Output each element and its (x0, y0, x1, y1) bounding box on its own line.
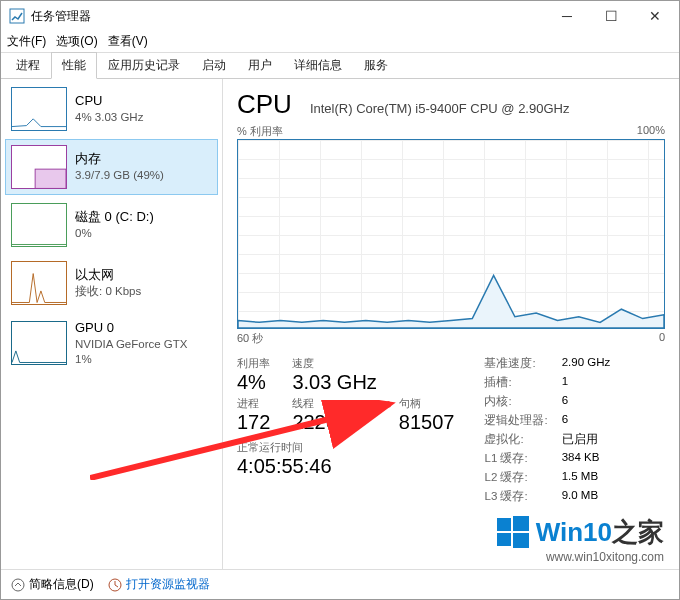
virtualization-value: 已启用 (562, 432, 611, 447)
tab-startup[interactable]: 启动 (191, 52, 237, 79)
svg-line-6 (115, 585, 118, 587)
logical-processors-value: 6 (562, 413, 611, 428)
app-icon (9, 8, 25, 24)
speed-value: 3.03 GHz (292, 371, 376, 394)
threads-label: 线程 (292, 396, 376, 411)
sidebar-item-disk[interactable]: 磁盘 0 (C: D:) 0% (5, 197, 218, 253)
fewer-details-button[interactable]: 简略信息(D) (11, 576, 94, 593)
handles-label: 句柄 (399, 396, 455, 411)
ethernet-thumb-icon (11, 261, 67, 305)
gpu-thumb-icon (11, 321, 67, 365)
processes-label: 进程 (237, 396, 270, 411)
main-panel: CPU Intel(R) Core(TM) i5-9400F CPU @ 2.9… (223, 79, 679, 569)
l3-cache-label: L3 缓存: (484, 489, 547, 504)
sidebar-item-label: 磁盘 0 (C: D:) (75, 208, 154, 226)
chart-x-left: 60 秒 (237, 331, 263, 346)
cores-value: 6 (562, 394, 611, 409)
menu-options[interactable]: 选项(O) (56, 33, 97, 50)
window-title: 任务管理器 (31, 8, 545, 25)
chevron-up-circle-icon (11, 578, 25, 592)
resource-monitor-icon (108, 578, 122, 592)
open-resource-monitor-link[interactable]: 打开资源监视器 (108, 576, 210, 593)
cpu-thumb-icon (11, 87, 67, 131)
sidebar-item-gpu[interactable]: GPU 0 NVIDIA GeForce GTX 1% (5, 313, 218, 374)
sidebar-item-label: 内存 (75, 150, 164, 168)
base-speed-value: 2.90 GHz (562, 356, 611, 371)
windows-logo-icon (495, 514, 531, 550)
titlebar[interactable]: 任务管理器 ─ ☐ ✕ (1, 1, 679, 31)
sockets-value: 1 (562, 375, 611, 390)
l3-cache-value: 9.0 MB (562, 489, 611, 504)
statusbar: 简略信息(D) 打开资源监视器 (1, 569, 679, 599)
tab-app-history[interactable]: 应用历史记录 (97, 52, 191, 79)
svg-rect-7 (497, 518, 511, 531)
svg-rect-9 (497, 533, 511, 546)
svg-rect-1 (35, 169, 66, 188)
tab-users[interactable]: 用户 (237, 52, 283, 79)
sidebar-item-value: 接收: 0 Kbps (75, 284, 141, 300)
util-label: 利用率 (237, 356, 270, 371)
sidebar-item-value: 4% 3.03 GHz (75, 110, 143, 126)
cpu-utilization-chart[interactable] (237, 139, 665, 329)
chart-y-label: % 利用率 (237, 124, 283, 139)
maximize-button[interactable]: ☐ (589, 1, 633, 31)
sidebar-item-value: NVIDIA GeForce GTX 1% (75, 337, 187, 368)
sidebar-item-value: 0% (75, 226, 154, 242)
svg-rect-0 (10, 9, 24, 23)
disk-thumb-icon (11, 203, 67, 247)
l2-cache-label: L2 缓存: (484, 470, 547, 485)
sidebar-item-label: GPU 0 (75, 319, 187, 337)
l2-cache-value: 1.5 MB (562, 470, 611, 485)
menubar: 文件(F) 选项(O) 查看(V) (1, 31, 679, 53)
uptime-label: 正常运行时间 (237, 440, 454, 455)
logical-processors-label: 逻辑处理器: (484, 413, 547, 428)
sidebar-item-memory[interactable]: 内存 3.9/7.9 GB (49%) (5, 139, 218, 195)
sidebar-item-label: 以太网 (75, 266, 141, 284)
chart-y-max: 100% (637, 124, 665, 139)
base-speed-label: 基准速度: (484, 356, 547, 371)
uptime-value: 4:05:55:46 (237, 455, 454, 478)
speed-label: 速度 (292, 356, 376, 371)
watermark: Win10之家 www.win10xitong.com (495, 514, 664, 564)
sidebar-item-value: 3.9/7.9 GB (49%) (75, 168, 164, 184)
tab-performance[interactable]: 性能 (51, 52, 97, 79)
svg-point-3 (12, 579, 24, 591)
svg-rect-10 (513, 533, 529, 548)
tab-details[interactable]: 详细信息 (283, 52, 353, 79)
cores-label: 内核: (484, 394, 547, 409)
menu-view[interactable]: 查看(V) (108, 33, 148, 50)
task-manager-window: 任务管理器 ─ ☐ ✕ 文件(F) 选项(O) 查看(V) 进程 性能 应用历史… (0, 0, 680, 600)
close-button[interactable]: ✕ (633, 1, 677, 31)
tabs: 进程 性能 应用历史记录 启动 用户 详细信息 服务 (1, 53, 679, 79)
sidebar-item-label: CPU (75, 92, 143, 110)
svg-rect-8 (513, 516, 529, 531)
virtualization-label: 虚拟化: (484, 432, 547, 447)
cpu-model: Intel(R) Core(TM) i5-9400F CPU @ 2.90GHz (310, 101, 570, 116)
l1-cache-value: 384 KB (562, 451, 611, 466)
sidebar-item-ethernet[interactable]: 以太网 接收: 0 Kbps (5, 255, 218, 311)
tab-processes[interactable]: 进程 (5, 52, 51, 79)
l1-cache-label: L1 缓存: (484, 451, 547, 466)
main-title: CPU (237, 89, 292, 120)
minimize-button[interactable]: ─ (545, 1, 589, 31)
memory-thumb-icon (11, 145, 67, 189)
util-value: 4% (237, 371, 270, 394)
tab-services[interactable]: 服务 (353, 52, 399, 79)
sockets-label: 插槽: (484, 375, 547, 390)
handles-value: 81507 (399, 411, 455, 434)
chart-x-right: 0 (659, 331, 665, 346)
sidebar-item-cpu[interactable]: CPU 4% 3.03 GHz (5, 81, 218, 137)
threads-value: 2226 (292, 411, 376, 434)
menu-file[interactable]: 文件(F) (7, 33, 46, 50)
sidebar: CPU 4% 3.03 GHz 内存 3.9/7.9 GB (49%) 磁盘 (1, 79, 223, 569)
processes-value: 172 (237, 411, 270, 434)
